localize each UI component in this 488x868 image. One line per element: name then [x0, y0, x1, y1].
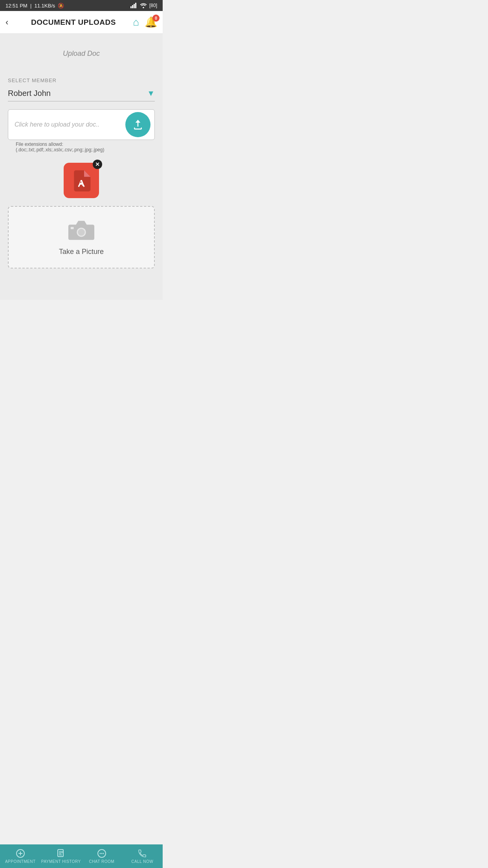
camera-icon-wrap	[68, 219, 95, 244]
back-button[interactable]: ‹	[6, 18, 8, 27]
status-bar: 12:51 PM | 11.1KB/s 🔕 [80]	[0, 0, 163, 11]
status-network: 11.1KB/s	[34, 3, 55, 9]
pdf-close-button[interactable]: ✕	[93, 160, 102, 169]
battery-indicator: [80]	[149, 3, 157, 8]
header: ‹ DOCUMENT UPLOADS ⌂ 🔔 0	[0, 11, 163, 34]
selected-member-value: Robert John	[8, 89, 51, 98]
upload-box[interactable]: Click here to upload your doc..	[8, 109, 155, 140]
notification-bell[interactable]: 🔔 0	[145, 16, 157, 28]
upload-doc-label: Upload Doc	[8, 50, 155, 58]
take-picture-section[interactable]: Take a Picture	[8, 206, 155, 268]
wifi-icon	[140, 3, 147, 8]
signal-icon	[130, 3, 138, 8]
home-icon[interactable]: ⌂	[133, 16, 139, 28]
svg-point-6	[78, 229, 85, 236]
upload-icon	[132, 119, 144, 131]
svg-rect-0	[130, 6, 132, 8]
select-member-section: SELECT MEMBER Robert John ▼	[0, 77, 163, 101]
main-content: Upload Doc SELECT MEMBER Robert John ▼ C…	[0, 34, 163, 300]
camera-icon	[68, 219, 95, 242]
status-time-network: 12:51 PM | 11.1KB/s 🔕	[6, 3, 64, 9]
svg-rect-3	[135, 3, 136, 8]
svg-rect-7	[71, 227, 74, 229]
file-extension-text: File extensions allowd: (.doc;.txt;.pdf;…	[8, 140, 155, 153]
notification-badge: 0	[152, 15, 160, 22]
upload-placeholder: Click here to upload your doc..	[8, 114, 125, 135]
svg-rect-1	[132, 5, 133, 8]
pdf-file-icon: A	[64, 163, 99, 198]
select-member-label: SELECT MEMBER	[8, 77, 155, 83]
pdf-preview-wrapper: A ✕	[64, 163, 99, 198]
svg-rect-2	[134, 4, 135, 8]
upload-button[interactable]	[125, 112, 150, 137]
battery-level: 80	[150, 3, 156, 8]
page-title: DOCUMENT UPLOADS	[21, 18, 126, 27]
upload-area: Upload Doc	[0, 34, 163, 77]
acrobat-icon: A	[70, 169, 92, 191]
upload-box-section: Click here to upload your doc.. File ext…	[0, 101, 163, 156]
status-time: 12:51 PM	[6, 3, 28, 9]
member-dropdown[interactable]: Robert John ▼	[8, 86, 155, 101]
pdf-preview-section: A ✕	[0, 156, 163, 198]
take-picture-label: Take a Picture	[59, 248, 104, 256]
status-icons: [80]	[130, 3, 157, 8]
dropdown-arrow-icon: ▼	[147, 89, 155, 98]
